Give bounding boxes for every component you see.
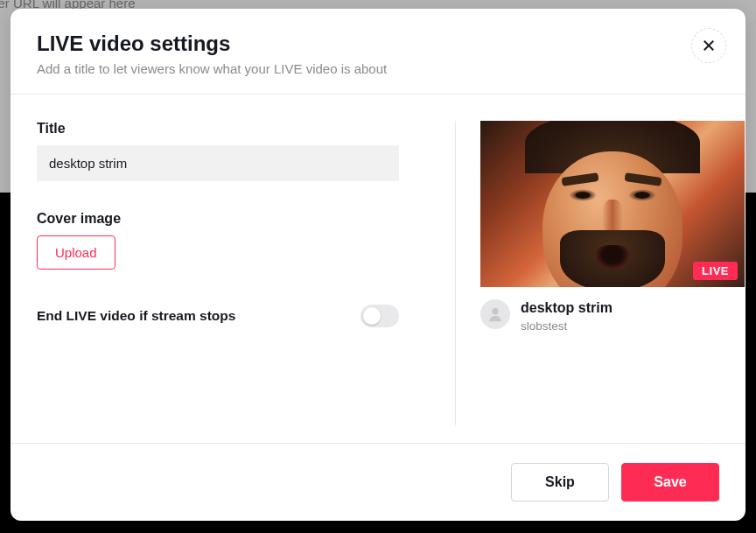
- avatar: [480, 299, 510, 329]
- modal-footer: Skip Save: [10, 443, 746, 521]
- form-column: Title Cover image Upload End LIVE video …: [37, 121, 430, 425]
- user-icon: [486, 305, 504, 323]
- preview-meta: desktop strim slobstest: [480, 299, 719, 333]
- upload-button[interactable]: Upload: [37, 235, 116, 270]
- skip-button[interactable]: Skip: [511, 463, 609, 501]
- svg-point-0: [492, 308, 499, 315]
- title-label: Title: [37, 121, 430, 137]
- close-button[interactable]: [691, 28, 726, 63]
- cover-preview-image: LIVE: [480, 121, 745, 287]
- preview-username: slobstest: [521, 319, 612, 333]
- close-icon: [701, 38, 717, 53]
- modal-title: LIVE video settings: [37, 32, 719, 56]
- modal-subtitle: Add a title to let viewers know what you…: [37, 61, 719, 76]
- cover-image-label: Cover image: [37, 211, 430, 227]
- preview-text: desktop strim slobstest: [521, 299, 612, 333]
- save-button[interactable]: Save: [621, 463, 719, 501]
- title-input[interactable]: [37, 145, 399, 181]
- live-settings-modal: LIVE video settings Add a title to let v…: [10, 9, 746, 521]
- modal-header: LIVE video settings Add a title to let v…: [10, 9, 746, 95]
- preview-column: LIVE desktop strim slobstest: [455, 121, 719, 425]
- preview-face-illustration: [508, 121, 718, 287]
- toggle-knob: [363, 307, 381, 325]
- modal-body: Title Cover image Upload End LIVE video …: [10, 95, 746, 443]
- live-badge: LIVE: [693, 262, 738, 280]
- end-stream-label: End LIVE video if stream stops: [37, 308, 235, 324]
- end-stream-toggle[interactable]: [360, 305, 399, 327]
- end-stream-row: End LIVE video if stream stops: [37, 305, 399, 327]
- preview-title: desktop strim: [521, 299, 612, 318]
